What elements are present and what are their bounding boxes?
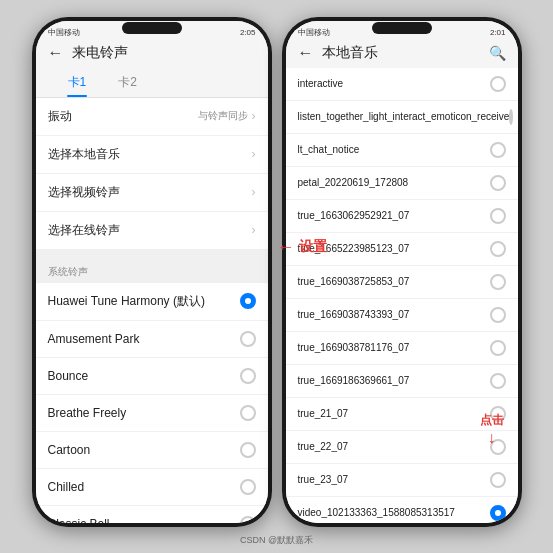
ringtone-breathe[interactable]: Breathe Freely [36,395,268,432]
music-label-8: true_1669038781176_07 [298,342,490,353]
vibration-label: 振动 [48,108,198,125]
left-app-bar: ← 来电铃声 [36,40,268,68]
music-item-2[interactable]: lt_chat_notice [286,134,518,167]
local-music-label: 选择本地音乐 [48,146,252,163]
ringtone-cartoon-label: Cartoon [48,443,240,457]
local-music-item[interactable]: 选择本地音乐 › [36,136,268,174]
music-label-12: true_23_07 [298,474,490,485]
left-back-button[interactable]: ← [48,44,64,62]
click-arrow-icon: ↓ [488,429,496,447]
ringtone-harmony[interactable]: Huawei Tune Harmony (默认) [36,283,268,321]
right-status-bar: 中国移动 2:01 [286,21,518,40]
right-back-button[interactable]: ← [298,44,314,62]
music-label-7: true_1669038743393_07 [298,309,490,320]
music-label-0: interactive [298,78,490,89]
online-ringtone-item[interactable]: 选择在线铃声 › [36,212,268,249]
left-phone: 中国移动 2:05 ← 来电铃声 卡1 卡2 [32,17,272,527]
system-ringtone-header: 系统铃声 [36,257,268,283]
right-content: interactive listen_together_light_intera… [286,68,518,523]
left-app-title: 来电铃声 [72,44,256,62]
music-radio-5[interactable] [490,241,506,257]
radio-inner [245,298,251,304]
click-annotation-text: 点击 [480,412,504,429]
music-radio-8[interactable] [490,340,506,356]
ringtone-cartoon[interactable]: Cartoon [36,432,268,469]
music-label-10: true_21_07 [298,408,490,419]
music-radio-12[interactable] [490,472,506,488]
left-phone-wrapper: 中国移动 2:05 ← 来电铃声 卡1 卡2 [32,17,272,527]
vibration-value: 与铃声同步 [198,109,248,123]
music-radio-3[interactable] [490,175,506,191]
ringtone-cartoon-radio[interactable] [240,442,256,458]
online-ringtone-chevron: › [252,223,256,237]
music-radio-4[interactable] [490,208,506,224]
screenshot-container: 中国移动 2:05 ← 来电铃声 卡1 卡2 [0,0,553,553]
online-ringtone-label: 选择在线铃声 [48,222,252,239]
video-ringtone-item[interactable]: 选择视频铃声 › [36,174,268,212]
right-phone-wrapper: 中国移动 2:01 ← 本地音乐 🔍 interactive [282,17,522,527]
radio-inner-13 [495,510,501,516]
music-item-8[interactable]: true_1669038781176_07 [286,332,518,365]
left-time: 2:05 [240,28,256,37]
right-section-music: interactive listen_together_light_intera… [286,68,518,523]
ringtone-bounce-label: Bounce [48,369,240,383]
music-radio-1[interactable] [509,109,513,125]
left-section-vibration: 振动 与铃声同步 › 选择本地音乐 › 选择视频铃声 › [36,98,268,249]
music-label-6: true_1669038725853_07 [298,276,490,287]
ringtone-classic-radio[interactable] [240,516,256,523]
ringtone-bounce-radio[interactable] [240,368,256,384]
ringtone-bounce[interactable]: Bounce [36,358,268,395]
ringtone-harmony-radio[interactable] [240,293,256,309]
music-label-4: true_1663062952921_07 [298,210,490,221]
music-item-6[interactable]: true_1669038725853_07 [286,266,518,299]
left-carrier: 中国移动 [48,27,80,38]
right-time: 2:01 [490,28,506,37]
left-content: 振动 与铃声同步 › 选择本地音乐 › 选择视频铃声 › [36,98,268,523]
ringtone-amusement[interactable]: Amusement Park [36,321,268,358]
video-ringtone-chevron: › [252,185,256,199]
music-label-2: lt_chat_notice [298,144,490,155]
music-item-0[interactable]: interactive [286,68,518,101]
vibration-chevron: › [252,109,256,123]
right-app-title: 本地音乐 [322,44,481,62]
click-annotation: 点击 ↓ [480,412,504,447]
right-app-bar: ← 本地音乐 🔍 [286,40,518,68]
tab-card2[interactable]: 卡2 [102,68,153,97]
music-radio-7[interactable] [490,307,506,323]
ringtone-breathe-radio[interactable] [240,405,256,421]
left-section-ringtones: Huawei Tune Harmony (默认) Amusement Park … [36,283,268,523]
music-label-13: video_102133363_1588085313517 [298,507,490,518]
ringtone-harmony-label: Huawei Tune Harmony (默认) [48,293,240,310]
left-tabs: 卡1 卡2 [36,68,268,98]
ringtone-breathe-label: Breathe Freely [48,406,240,420]
ringtone-chilled-radio[interactable] [240,479,256,495]
music-radio-6[interactable] [490,274,506,290]
vibration-item[interactable]: 振动 与铃声同步 › [36,98,268,136]
ringtone-amusement-label: Amusement Park [48,332,240,346]
video-ringtone-label: 选择视频铃声 [48,184,252,201]
music-radio-2[interactable] [490,142,506,158]
music-item-7[interactable]: true_1669038743393_07 [286,299,518,332]
music-label-9: true_1669186369661_07 [298,375,490,386]
search-button[interactable]: 🔍 [489,45,506,61]
music-item-12[interactable]: true_23_07 [286,464,518,497]
settings-annotation-label: 设置 [299,238,327,256]
music-label-11: true_22_07 [298,441,490,452]
local-music-chevron: › [252,147,256,161]
music-radio-9[interactable] [490,373,506,389]
ringtone-classic[interactable]: Classic Bell [36,506,268,523]
music-item-3[interactable]: petal_20220619_172808 [286,167,518,200]
left-status-bar: 中国移动 2:05 [36,21,268,40]
music-item-13[interactable]: video_102133363_1588085313517 [286,497,518,523]
music-item-9[interactable]: true_1669186369661_07 [286,365,518,398]
ringtone-chilled[interactable]: Chilled [36,469,268,506]
music-item-4[interactable]: true_1663062952921_07 [286,200,518,233]
music-label-1: listen_together_light_interact_emoticon_… [298,111,510,122]
music-radio-0[interactable] [490,76,506,92]
music-radio-13[interactable] [490,505,506,521]
tab-card1[interactable]: 卡1 [52,68,103,97]
music-item-1[interactable]: listen_together_light_interact_emoticon_… [286,101,518,134]
ringtone-amusement-radio[interactable] [240,331,256,347]
ringtone-chilled-label: Chilled [48,480,240,494]
ringtone-classic-label: Classic Bell [48,517,240,523]
